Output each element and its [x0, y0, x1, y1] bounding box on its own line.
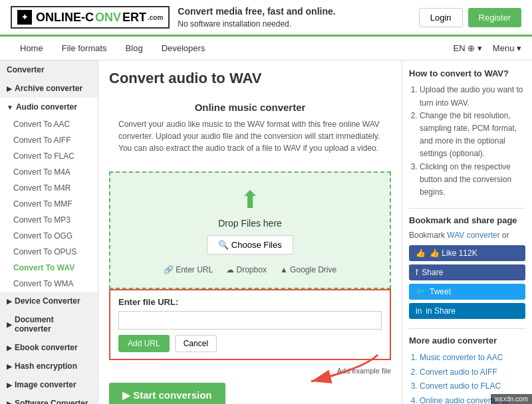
nav-file-formats[interactable]: File formats	[53, 37, 116, 60]
register-button[interactable]: Register	[468, 8, 521, 27]
more-audio-link-3[interactable]: Convert audio to FLAC	[420, 381, 501, 391]
sidebar-document-section[interactable]: ▶ Document converter	[0, 310, 98, 338]
thumbs-up-icon: 👍	[416, 249, 426, 258]
facebook-share-button[interactable]: f Share	[409, 264, 525, 280]
sidebar-hash-section[interactable]: ▶ Hash encryption	[0, 357, 98, 375]
twitter-icon: 🐦	[416, 287, 426, 296]
logo-green: ONV	[95, 11, 121, 25]
more-audio-item-3[interactable]: Convert audio to FLAC	[420, 379, 525, 394]
more-audio-item-2[interactable]: Convert audio to AIFF	[420, 365, 525, 380]
sidebar-ebook-label: Ebook converter	[15, 343, 78, 352]
converter-subtitle: Online music converter	[118, 102, 382, 113]
how-to-title: How to convert to WAV?	[409, 68, 525, 78]
page-title: Convert audio to WAV	[109, 70, 391, 87]
more-audio-item-1[interactable]: Music converter to AAC	[420, 351, 525, 365]
tagline-sub: No software installation needed.	[178, 19, 335, 30]
nav-developers[interactable]: Developers	[152, 37, 215, 60]
sidebar-archive-label: Archive converter	[15, 84, 82, 93]
add-url-button[interactable]: Add URL	[118, 335, 170, 352]
sidebar-item-ogg[interactable]: Convert To OGG	[0, 228, 98, 244]
sidebar-archive-section[interactable]: ▶ Archive converter	[0, 79, 98, 98]
arrow-right-icon-6: ▶	[7, 381, 12, 389]
sidebar-audio-section[interactable]: ▼ Audio converter	[0, 98, 98, 116]
header-tagline: Convert media free, fast and online. No …	[178, 5, 335, 29]
arrow-right-icon-4: ▶	[7, 344, 12, 352]
sidebar-image-section[interactable]: ▶ Image converter	[0, 375, 98, 394]
twitter-button[interactable]: 🐦 Tweet	[409, 284, 525, 300]
sidebar-item-wav[interactable]: Convert To WAV	[0, 260, 98, 276]
sidebar-image-label: Image converter	[15, 380, 76, 389]
start-conversion-area: ▶ Start conversion	[109, 383, 391, 404]
main-layout: Converter ▶ Archive converter ▼ Audio co…	[0, 60, 532, 404]
drop-zone[interactable]: ⬆ Drop Files here 🔍 Choose Files 🔗 Enter…	[109, 171, 391, 289]
converter-description: Convert your audio like music to the WAV…	[118, 118, 382, 154]
arrow-right-icon-2: ▶	[7, 298, 12, 305]
how-to-list: Upload the audio you want to turn into W…	[409, 84, 525, 199]
url-input-area: Enter file URL: Add URL Cancel	[109, 289, 391, 360]
tagline-main: Convert media free, fast and online.	[178, 5, 335, 19]
enter-url-link[interactable]: 🔗 Enter URL	[164, 265, 213, 274]
add-example-text[interactable]: Add example file	[337, 367, 391, 375]
sidebar-software-section[interactable]: ▶ Software Converter	[0, 394, 98, 404]
google-drive-link[interactable]: ▲ Google Drive	[280, 265, 336, 274]
sidebar-item-aac[interactable]: Convert To AAC	[0, 116, 98, 132]
arrow-right-icon-3: ▶	[7, 321, 12, 328]
how-to-step-3: Clicking on the respective button and th…	[420, 161, 525, 199]
url-input[interactable]	[118, 311, 382, 330]
sidebar-item-opus[interactable]: Convert To OPUS	[0, 244, 98, 260]
arrow-right-icon-5: ▶	[7, 363, 12, 370]
arrow-down-icon: ▼	[7, 104, 13, 111]
logo-com: .com	[148, 14, 163, 21]
sidebar-document-label: Document converter	[15, 315, 91, 334]
share-in-label: in Share	[426, 306, 456, 316]
sidebar-item-mp3[interactable]: Convert To MP3	[0, 212, 98, 228]
nav-blog[interactable]: Blog	[116, 37, 152, 60]
how-to-step-2: Change the bit resolution, sampling rate…	[420, 110, 525, 161]
upload-icon: ⬆	[124, 186, 376, 214]
nav-menu[interactable]: Menu ▾	[493, 43, 521, 53]
nav-right: EN ⊕ ▾ Menu ▾	[454, 43, 521, 53]
wav-converter-link[interactable]: WAV converter	[447, 231, 499, 240]
login-button[interactable]: Login	[419, 8, 463, 27]
sidebar-item-flac[interactable]: Convert To FLAC	[0, 148, 98, 164]
tweet-label: Tweet	[430, 287, 451, 296]
sidebar-audio-label: Audio converter	[16, 102, 77, 112]
linkedin-icon: in	[416, 306, 422, 316]
header-buttons: Login Register	[419, 8, 521, 27]
sidebar-hash-label: Hash encryption	[15, 361, 77, 371]
more-audio-link-1[interactable]: Music converter to AAC	[420, 353, 503, 362]
sidebar-item-m4a[interactable]: Convert To M4A	[0, 164, 98, 180]
main-content: Convert audio to WAV Online music conver…	[98, 60, 402, 404]
nav-lang[interactable]: EN ⊕ ▾	[454, 43, 482, 53]
linkedin-button[interactable]: in in Share	[409, 303, 525, 319]
sidebar-converter-link[interactable]: Converter	[0, 60, 98, 79]
choose-files-button[interactable]: 🔍 Choose Files	[207, 235, 293, 254]
share-fb-label: Share	[422, 268, 443, 277]
sidebar-item-aiff[interactable]: Convert To AIFF	[0, 132, 98, 148]
start-conversion-button[interactable]: ▶ Start conversion	[109, 383, 225, 404]
conversion-area: Add example file ▶ Start conversion	[109, 367, 391, 404]
drop-links: 🔗 Enter URL ☁ Dropbox ▲ Google Drive	[124, 265, 376, 274]
drop-files-text: Drop Files here	[124, 218, 376, 229]
sidebar-software-label: Software Converter	[15, 399, 88, 404]
sidebar-item-m4r[interactable]: Convert To M4R	[0, 180, 98, 196]
sidebar-item-mmf[interactable]: Convert To MMF	[0, 196, 98, 212]
facebook-like-button[interactable]: 👍 👍 Like 112K	[409, 245, 525, 261]
logo-icon: ✦	[17, 10, 32, 25]
sidebar-item-wma[interactable]: Convert To WMA	[0, 276, 98, 292]
sidebar-ebook-section[interactable]: ▶ Ebook converter	[0, 338, 98, 357]
more-audio-link-2[interactable]: Convert audio to AIFF	[420, 367, 497, 377]
how-to-step-1: Upload the audio you want to turn into W…	[420, 84, 525, 109]
right-sidebar: How to convert to WAV? Upload the audio …	[402, 60, 532, 404]
url-buttons: Add URL Cancel	[118, 335, 382, 352]
sidebar: Converter ▶ Archive converter ▼ Audio co…	[0, 60, 98, 404]
nav-home[interactable]: Home	[11, 37, 53, 60]
dropbox-link[interactable]: ☁ Dropbox	[226, 265, 267, 274]
watermark: wsxdn.com	[491, 394, 532, 404]
url-label: Enter file URL:	[118, 297, 382, 307]
sidebar-device-section[interactable]: ▶ Device Converter	[0, 292, 98, 310]
cancel-button[interactable]: Cancel	[175, 335, 217, 352]
nav-left: Home File formats Blog Developers	[11, 37, 214, 60]
logo-area: ✦ ONLINE-CONVERT.com Convert media free,…	[11, 5, 336, 29]
arrow-annotation: Add example file	[109, 367, 391, 380]
